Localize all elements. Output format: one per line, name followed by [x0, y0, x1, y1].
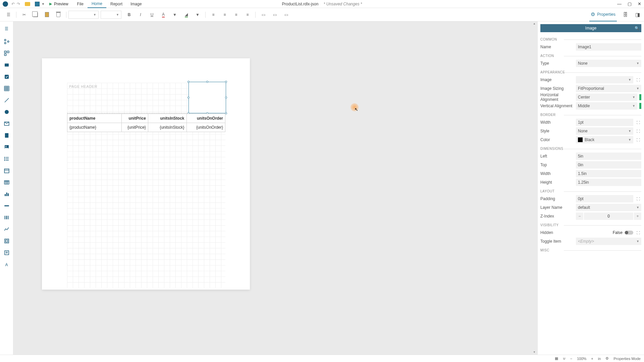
mode-label[interactable]: Properties Mode: [613, 357, 641, 361]
table-cell[interactable]: {unitsOnOrder}: [186, 123, 225, 132]
fill-color-button[interactable]: ◢: [181, 10, 191, 19]
font-family-combo[interactable]: ▼: [68, 11, 99, 19]
preview-play-icon[interactable]: ▶: [49, 2, 52, 6]
align-justify-button[interactable]: ≡: [243, 10, 252, 19]
bold-button[interactable]: B: [124, 10, 134, 19]
open-button[interactable]: [25, 2, 30, 6]
font-color-button[interactable]: A: [159, 10, 168, 19]
preview-button[interactable]: Preview: [54, 2, 68, 6]
tool-sparkline-button[interactable]: [1, 224, 12, 235]
prop-bwidth-input[interactable]: 1pt: [576, 119, 633, 126]
mode-gear-icon[interactable]: ⚙: [605, 356, 609, 361]
tool-checkbox-button[interactable]: [1, 71, 12, 82]
table-header-row[interactable]: productName unitPrice unitsInStock units…: [67, 114, 225, 123]
tool-subreport-button[interactable]: [1, 236, 12, 246]
align-right-button[interactable]: ≡: [231, 10, 241, 19]
prop-image-select[interactable]: ▼: [576, 76, 633, 83]
tool-report-button[interactable]: [1, 130, 12, 141]
data-tab[interactable]: 🗄: [622, 8, 629, 21]
tool-image-button[interactable]: [1, 142, 12, 153]
tool-line-button[interactable]: [1, 95, 12, 106]
prop-type-select[interactable]: None▼: [576, 60, 641, 67]
tool-textbox-button[interactable]: [1, 60, 12, 70]
zindex-increment[interactable]: +: [634, 213, 641, 220]
prop-hidden-expand[interactable]: ⛶: [635, 230, 641, 236]
zindex-value[interactable]: 0: [584, 213, 633, 220]
table-header-cell[interactable]: unitPrice: [122, 114, 148, 123]
tool-richtext-button[interactable]: [1, 247, 12, 258]
italic-button[interactable]: I: [136, 10, 145, 19]
scroll-up-icon[interactable]: ▲: [533, 22, 536, 25]
table-detail-row[interactable]: {productName} {unitPrice} {unitsInStock}…: [67, 123, 225, 132]
selected-image-item[interactable]: [189, 82, 226, 113]
save-dropdown[interactable]: ▼: [42, 2, 45, 6]
delete-button[interactable]: [54, 10, 63, 19]
save-button[interactable]: [35, 2, 40, 6]
prop-top-input[interactable]: 0in: [576, 161, 641, 169]
align-left-button[interactable]: ≡: [209, 10, 218, 19]
hidden-toggle[interactable]: [625, 231, 633, 235]
maximize-button[interactable]: ▢: [628, 1, 632, 6]
zindex-decrement[interactable]: −: [576, 213, 583, 220]
table-cell[interactable]: {productName}: [67, 123, 122, 132]
menu-image[interactable]: Image: [126, 0, 146, 8]
close-button[interactable]: ✕: [638, 1, 641, 6]
prop-bcolor-expand[interactable]: ⛶: [635, 137, 641, 143]
valign-top-button[interactable]: ▭: [259, 10, 268, 19]
font-size-combo[interactable]: ▼: [101, 11, 121, 19]
table-cell[interactable]: {unitsInStock}: [148, 123, 186, 132]
resize-handle-ml[interactable]: [187, 97, 190, 99]
menu-home[interactable]: Home: [88, 0, 106, 8]
underline-button[interactable]: U: [147, 10, 157, 19]
prop-bcolor-select[interactable]: Black▼: [576, 136, 633, 143]
tool-barchart-button[interactable]: [1, 189, 12, 199]
copy-button[interactable]: [31, 10, 40, 19]
table-header-cell[interactable]: unitsInStock: [148, 114, 186, 123]
menu-file[interactable]: File: [73, 0, 88, 8]
prop-bwidth-expand[interactable]: ⛶: [635, 119, 641, 125]
resize-handle-tr[interactable]: [225, 81, 227, 83]
prop-bstyle-expand[interactable]: ⛶: [635, 128, 641, 134]
sidebar-menu-button[interactable]: ☰: [1, 23, 12, 34]
tool-layout-button[interactable]: [1, 48, 12, 59]
prop-bstyle-select[interactable]: None▼: [576, 127, 633, 135]
prop-image-expand[interactable]: ⛶: [635, 77, 641, 83]
report-table[interactable]: productName unitPrice unitsInStock units…: [67, 114, 225, 132]
tool-bullet-button[interactable]: [1, 200, 12, 211]
minimize-button[interactable]: —: [617, 1, 622, 6]
prop-sizing-select[interactable]: FitProportional▼: [576, 85, 641, 92]
tool-table-button[interactable]: [1, 177, 12, 188]
properties-tab[interactable]: ⚙ Properties: [589, 8, 617, 21]
prop-padding-input[interactable]: 0pt: [576, 195, 633, 202]
menu-report[interactable]: Report: [106, 0, 126, 8]
fill-color-dropdown[interactable]: ▼: [193, 10, 202, 19]
paste-button[interactable]: [42, 10, 52, 19]
tool-grid-button[interactable]: [1, 83, 12, 94]
tool-font-button[interactable]: A: [1, 259, 12, 270]
tool-container-button[interactable]: [1, 118, 12, 129]
align-center-button[interactable]: ≡: [220, 10, 229, 19]
tool-barcode-button[interactable]: [1, 212, 12, 223]
scroll-down-icon[interactable]: ▼: [533, 351, 536, 354]
table-cell[interactable]: {unitPrice}: [122, 123, 148, 132]
prop-toggle-select[interactable]: <Empty>▼: [576, 238, 641, 245]
font-color-dropdown[interactable]: ▼: [170, 10, 179, 19]
prop-layer-select[interactable]: default▼: [576, 204, 641, 211]
prop-left-input[interactable]: 5in: [576, 153, 641, 160]
valign-bottom-button[interactable]: ▭: [281, 10, 291, 19]
prop-padding-expand[interactable]: ⛶: [635, 196, 641, 202]
hamburger-button[interactable]: ☰: [4, 10, 13, 19]
tool-calendar-button[interactable]: [1, 165, 12, 176]
table-header-cell[interactable]: productName: [67, 114, 122, 123]
prop-dheight-input[interactable]: 1.25in: [576, 179, 641, 186]
table-header-cell[interactable]: unitsOnOrder: [186, 114, 225, 123]
tool-list-button[interactable]: [1, 154, 12, 164]
prop-dwidth-input[interactable]: 1.5in: [576, 170, 641, 177]
resize-handle-tm[interactable]: [206, 81, 208, 83]
grid-toggle-button[interactable]: ▦: [555, 356, 558, 361]
tool-group-button[interactable]: [1, 36, 12, 47]
prop-valign-select[interactable]: Middle▼: [576, 102, 637, 110]
prop-name-input[interactable]: Image1: [576, 43, 641, 51]
zoom-out-button[interactable]: −: [570, 357, 572, 361]
snap-toggle-button[interactable]: ⊍: [563, 356, 566, 361]
